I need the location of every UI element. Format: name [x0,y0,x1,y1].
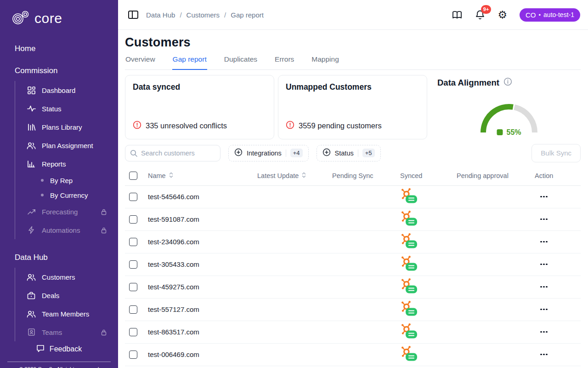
column-header-name[interactable]: Name [148,172,257,180]
synced-cell [400,188,457,206]
breadcrumb-customers[interactable]: Customers [187,11,220,19]
row-actions-button[interactable] [537,328,550,336]
table-row[interactable]: test-305433.com [125,253,581,276]
sidebar-item-by-currency[interactable]: By Currency [15,188,112,202]
customer-name: test-234096.com [148,238,257,246]
data-alignment-widget: Data Alignment [437,75,581,139]
reports-icon [27,160,36,168]
row-actions-button[interactable] [537,193,550,201]
bulk-sync-button[interactable]: Bulk Sync [531,144,581,162]
row-checkbox[interactable] [129,305,137,314]
customers-table: Name Latest Update [125,167,581,368]
sidebar-item-label: Customers [42,273,75,281]
breadcrumb-data-hub[interactable]: Data Hub [146,11,175,19]
sidebar-item-plan-assignment[interactable]: Plan Assignment [15,136,112,155]
row-checkbox[interactable] [129,215,137,224]
dashboard-icon [27,86,36,95]
sidebar-item-customers[interactable]: Customers [15,268,112,286]
data-alignment-title-row: Data Alignment [437,77,581,88]
sidebar-nav: Home Commission Dashboard [0,39,118,341]
integrations-filter-chip[interactable]: Integrations +4 [228,145,309,161]
account-badge[interactable]: CO • auto-test-1 [520,8,580,22]
synced-cell [400,210,457,229]
activity-icon [27,105,36,112]
lock-icon [101,329,107,336]
sidebar-section-commission[interactable]: Commission [15,66,112,75]
row-checkbox[interactable] [129,283,137,291]
feedback-chat-icon [36,345,45,354]
row-actions-button[interactable] [537,215,550,224]
sidebar-item-status[interactable]: Status [15,99,112,118]
page-content: Customers Overview Gap report Duplicates… [118,30,588,368]
row-checkbox[interactable] [129,328,137,336]
gauge-percent-label: 55% [506,128,521,137]
data-hub-group: Customers Deals [15,268,112,341]
sidebar-section-data-hub[interactable]: Data Hub [15,253,112,262]
synced-cell [400,345,457,364]
sidebar: core Home Commission Dashboard [0,0,118,368]
toolbar: Integrations +4 Status +5 Bulk Sync [125,144,581,162]
sidebar-item-team-members[interactable]: Team Members [15,305,112,323]
row-actions-button[interactable] [537,351,550,359]
feedback-button[interactable]: Feedback [0,341,118,357]
notifications-bell-icon[interactable]: 9+ [475,10,485,20]
row-checkbox[interactable] [129,260,137,269]
table-row[interactable]: test-863517.com [125,321,581,344]
tab-gap-report[interactable]: Gap report [172,55,207,70]
notification-count-badge: 9+ [481,5,492,14]
table-row[interactable] [125,366,581,368]
docs-book-icon[interactable] [452,10,463,20]
forecasting-icon [27,208,36,215]
row-checkbox[interactable] [129,193,137,201]
sidebar-toggle-button[interactable] [128,10,139,20]
bullet-icon [41,179,44,182]
table-row[interactable]: test-459275.com [125,276,581,299]
row-checkbox[interactable] [129,238,137,246]
sidebar-item-label: Reports [42,160,66,168]
row-actions-button[interactable] [537,283,550,291]
row-actions-button[interactable] [537,238,550,246]
info-icon[interactable] [503,77,512,88]
row-actions-button[interactable] [537,260,550,269]
table-row[interactable]: test-591087.com [125,208,581,231]
sidebar-item-reports[interactable]: Reports [15,155,112,173]
card-title: Data synced [133,82,266,92]
table-row[interactable]: test-234096.com [125,231,581,253]
sidebar-item-teams[interactable]: Teams [15,323,112,341]
status-filter-chip[interactable]: Status +5 [317,145,381,161]
column-header-synced: Synced [400,172,457,179]
settings-gear-icon[interactable]: ⚙ [498,10,507,20]
sidebar-item-label: Forecasting [42,208,78,216]
synced-cell [400,323,457,341]
sidebar-item-dashboard[interactable]: Dashboard [15,81,112,99]
hubspot-synced-icon [400,233,418,251]
hubspot-synced-icon [400,278,418,296]
sidebar-item-label: Deals [42,292,59,299]
sidebar-item-deals[interactable]: Deals [15,286,112,305]
tab-overview[interactable]: Overview [125,55,156,69]
plans-library-icon [27,123,36,131]
breadcrumb-gap-report[interactable]: Gap report [231,11,264,19]
sidebar-item-plans-library[interactable]: Plans Library [15,118,112,136]
core-logo[interactable]: core [0,9,118,28]
select-all-checkbox[interactable] [129,172,137,180]
sidebar-item-automations[interactable]: Automations [15,221,112,239]
hubspot-synced-icon [400,188,418,206]
tab-mapping[interactable]: Mapping [311,55,339,69]
hubspot-synced-icon [400,345,418,364]
tab-duplicates[interactable]: Duplicates [224,55,258,69]
sidebar-item-home[interactable]: Home [15,44,112,53]
sidebar-item-by-rep[interactable]: By Rep [15,173,112,188]
table-row[interactable]: test-545646.com [125,186,581,208]
row-checkbox[interactable] [129,351,137,359]
column-header-latest-update[interactable]: Latest Update [257,172,332,180]
sidebar-item-forecasting[interactable]: Forecasting [15,202,112,221]
sidebar-item-label: Plans Library [42,123,82,131]
tab-errors[interactable]: Errors [274,55,294,69]
data-alignment-gauge: 55% [472,94,546,137]
sidebar-item-label: By Currency [50,191,88,199]
table-row[interactable]: test-006469.com [125,344,581,366]
row-actions-button[interactable] [537,305,550,314]
table-row[interactable]: test-557127.com [125,299,581,321]
search-input[interactable] [125,145,220,161]
